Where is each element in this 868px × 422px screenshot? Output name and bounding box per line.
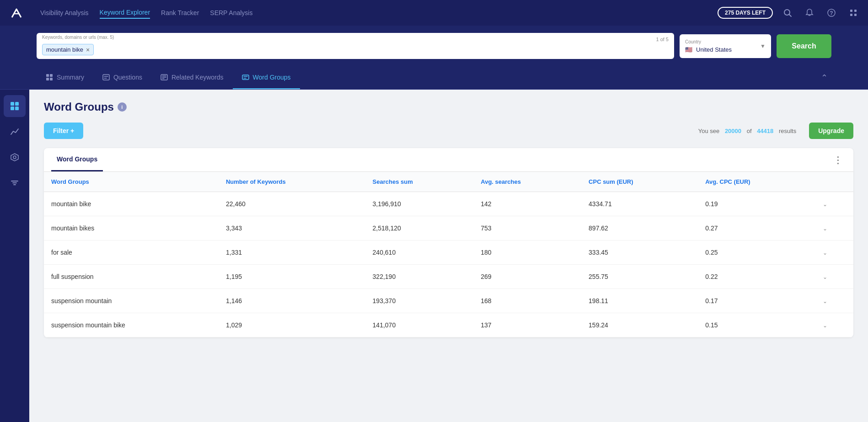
table-card: Word Groups ⋮ Word Groups Number of Keyw… bbox=[44, 148, 853, 337]
info-icon[interactable]: i bbox=[118, 102, 127, 112]
country-name: United States bbox=[696, 46, 732, 53]
row-expand-icon[interactable]: ⌄ bbox=[823, 250, 827, 256]
search-icon-button[interactable] bbox=[780, 5, 795, 20]
row-expand-icon[interactable]: ⌄ bbox=[823, 225, 827, 232]
page-title: Word Groups bbox=[44, 101, 114, 113]
svg-rect-14 bbox=[11, 102, 14, 106]
cell-searches-sum: 141,070 bbox=[365, 313, 474, 337]
cell-searches-sum: 322,190 bbox=[365, 265, 474, 289]
row-expand-icon[interactable]: ⌄ bbox=[823, 298, 827, 304]
table-row[interactable]: mountain bike 22,460 3,196,910 142 4334.… bbox=[44, 192, 853, 216]
summary-tab-icon bbox=[46, 74, 53, 81]
row-expand-icon[interactable]: ⌄ bbox=[823, 201, 827, 208]
col-word-groups[interactable]: Word Groups bbox=[44, 172, 219, 192]
nav-rank-tracker[interactable]: Rank Tracker bbox=[161, 7, 199, 18]
keyword-tags-row: mountain bike × bbox=[42, 44, 94, 55]
data-table: Word Groups Number of Keywords Searches … bbox=[44, 172, 853, 337]
tab-questions[interactable]: Questions bbox=[93, 66, 151, 89]
svg-rect-4 bbox=[854, 10, 857, 12]
cell-searches-sum: 193,370 bbox=[365, 289, 474, 313]
results-suffix: results bbox=[779, 128, 796, 134]
row-expand-icon[interactable]: ⌄ bbox=[823, 322, 827, 329]
table-row[interactable]: suspension mountain 1,146 193,370 168 19… bbox=[44, 289, 853, 313]
table-row[interactable]: mountain bikes 3,343 2,518,120 753 897.6… bbox=[44, 216, 853, 240]
col-num-keywords[interactable]: Number of Keywords bbox=[219, 172, 365, 192]
sidebar bbox=[0, 90, 29, 422]
grid-icon-button[interactable] bbox=[846, 5, 861, 20]
cell-avg-cpc: 0.25 bbox=[698, 240, 815, 265]
nav-visibility-analysis[interactable]: Visibility Analysis bbox=[40, 7, 89, 18]
tab-summary[interactable]: Summary bbox=[37, 66, 93, 89]
tab-related-keywords-label: Related Keywords bbox=[171, 74, 224, 81]
svg-rect-13 bbox=[242, 75, 249, 80]
sidebar-item-integrations[interactable] bbox=[4, 146, 26, 168]
cell-num-keywords: 1,331 bbox=[219, 240, 365, 265]
table-options-button[interactable]: ⋮ bbox=[830, 152, 846, 168]
cell-num-keywords: 3,343 bbox=[219, 216, 365, 240]
tab-word-groups-label: Word Groups bbox=[253, 74, 291, 81]
svg-rect-5 bbox=[850, 14, 852, 16]
tab-bar: Summary Questions Related Keywords Word … bbox=[0, 66, 868, 90]
cell-cpc-sum: 4334.71 bbox=[581, 192, 698, 216]
cell-avg-cpc: 0.22 bbox=[698, 265, 815, 289]
related-keywords-tab-icon bbox=[161, 74, 168, 81]
bell-icon-button[interactable] bbox=[802, 5, 817, 20]
sidebar-item-analytics[interactable] bbox=[4, 121, 26, 143]
keyword-tag-remove[interactable]: × bbox=[86, 47, 90, 53]
svg-rect-17 bbox=[15, 107, 19, 110]
svg-rect-8 bbox=[50, 74, 53, 77]
cell-word-group: for sale bbox=[44, 240, 219, 265]
results-of: of bbox=[747, 128, 752, 134]
filter-button[interactable]: Filter + bbox=[44, 123, 83, 139]
table-row[interactable]: suspension mountain bike 1,029 141,070 1… bbox=[44, 313, 853, 337]
country-select[interactable]: Country 🇺🇸 United States ▼ bbox=[680, 34, 771, 58]
tab-related-keywords[interactable]: Related Keywords bbox=[151, 66, 233, 89]
keyword-tag-mountain-bike[interactable]: mountain bike × bbox=[42, 44, 94, 55]
help-icon-button[interactable]: ? bbox=[824, 5, 839, 20]
cell-avg-cpc: 0.15 bbox=[698, 313, 815, 337]
word-groups-tab-icon bbox=[242, 74, 249, 81]
country-value: 🇺🇸 United States bbox=[685, 46, 766, 53]
upgrade-button[interactable]: Upgrade bbox=[809, 123, 853, 139]
app-logo[interactable] bbox=[7, 4, 26, 22]
col-avg-searches[interactable]: Avg. searches bbox=[473, 172, 581, 192]
search-bar-area: Keywords, domains or urls (max. 5) 1 of … bbox=[0, 26, 868, 66]
table-row[interactable]: full suspension 1,195 322,190 269 255.75… bbox=[44, 265, 853, 289]
search-button[interactable]: Search bbox=[777, 34, 831, 58]
sidebar-item-dashboard[interactable] bbox=[4, 95, 26, 117]
sidebar-item-settings[interactable] bbox=[4, 172, 26, 194]
cell-searches-sum: 240,610 bbox=[365, 240, 474, 265]
svg-rect-11 bbox=[103, 75, 109, 80]
tab-summary-label: Summary bbox=[57, 74, 84, 81]
cell-word-group: mountain bikes bbox=[44, 216, 219, 240]
keyword-input-container[interactable]: Keywords, domains or urls (max. 5) 1 of … bbox=[37, 33, 674, 59]
tab-collapse-button[interactable]: ⌃ bbox=[817, 73, 831, 83]
svg-point-0 bbox=[784, 10, 790, 15]
tab-word-groups[interactable]: Word Groups bbox=[233, 66, 300, 89]
svg-rect-6 bbox=[854, 14, 857, 16]
cell-num-keywords: 1,029 bbox=[219, 313, 365, 337]
cell-word-group: suspension mountain bike bbox=[44, 313, 219, 337]
table-body: mountain bike 22,460 3,196,910 142 4334.… bbox=[44, 192, 853, 337]
nav-serp-analysis[interactable]: SERP Analysis bbox=[210, 7, 252, 18]
chevron-down-icon: ▼ bbox=[760, 43, 766, 49]
keyword-tag-label: mountain bike bbox=[46, 46, 83, 53]
cell-avg-searches: 168 bbox=[473, 289, 581, 313]
col-cpc-sum[interactable]: CPC sum (EUR) bbox=[581, 172, 698, 192]
cell-cpc-sum: 255.75 bbox=[581, 265, 698, 289]
table-tab-word-groups[interactable]: Word Groups bbox=[51, 148, 103, 171]
cell-searches-sum: 3,196,910 bbox=[365, 192, 474, 216]
row-expand-icon[interactable]: ⌄ bbox=[823, 274, 827, 280]
results-shown: 20000 bbox=[725, 128, 741, 134]
nav-links: Visibility Analysis Keyword Explorer Ran… bbox=[40, 7, 703, 19]
svg-rect-9 bbox=[46, 78, 49, 80]
col-searches-sum[interactable]: Searches sum bbox=[365, 172, 474, 192]
table-row[interactable]: for sale 1,331 240,610 180 333.45 0.25 ⌄ bbox=[44, 240, 853, 265]
days-left-button[interactable]: 275 DAYS LEFT bbox=[718, 7, 773, 19]
page-title-row: Word Groups i bbox=[44, 101, 853, 113]
nav-keyword-explorer[interactable]: Keyword Explorer bbox=[100, 7, 150, 19]
results-info: You see 20000 of 44418 results bbox=[698, 128, 796, 134]
cell-avg-cpc: 0.27 bbox=[698, 216, 815, 240]
col-avg-cpc[interactable]: Avg. CPC (EUR) bbox=[698, 172, 815, 192]
keyword-count: 1 of 5 bbox=[656, 37, 669, 42]
